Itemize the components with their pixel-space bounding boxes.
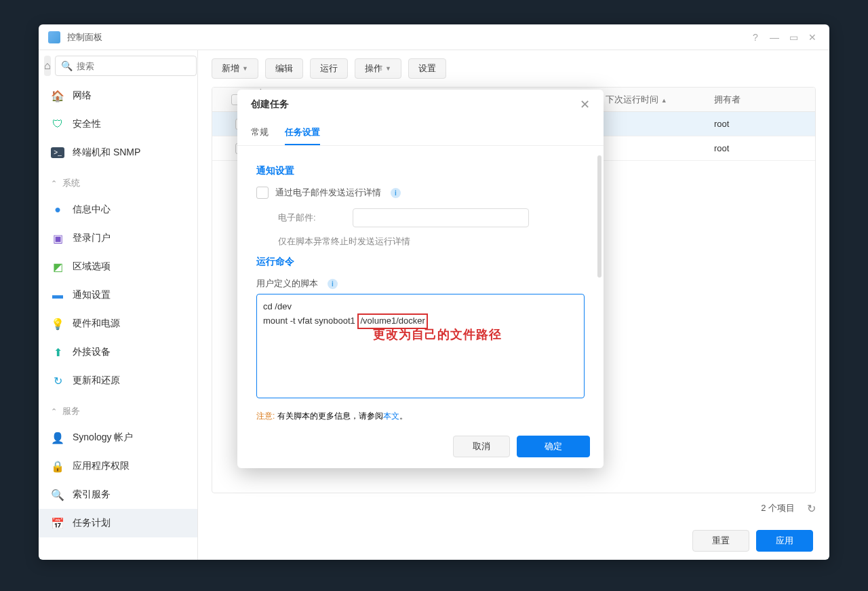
run-button[interactable]: 运行 bbox=[310, 58, 348, 79]
script-label: 用户定义的脚本 bbox=[256, 278, 318, 290]
chevron-up-icon: ⌃ bbox=[51, 179, 57, 188]
section-cmd: 运行命令 bbox=[256, 256, 585, 268]
new-button[interactable]: 新增▼ bbox=[212, 58, 258, 79]
lock-icon: 🔒 bbox=[51, 459, 64, 473]
info-icon[interactable]: i bbox=[391, 188, 401, 198]
apply-button[interactable]: 应用 bbox=[756, 530, 813, 552]
sidebar: ⌂ 🔍 🏠网络 🛡安全性 >_终端机和 SNMP ⌃系统 ●信息中心 ▣登录门户… bbox=[39, 50, 198, 560]
cancel-button[interactable]: 取消 bbox=[453, 436, 510, 457]
search-input[interactable]: 🔍 bbox=[55, 56, 197, 76]
sidebar-item-portal[interactable]: ▣登录门户 bbox=[39, 224, 197, 252]
item-count: 2 个项目 bbox=[761, 502, 795, 514]
settings-button[interactable]: 设置 bbox=[408, 58, 446, 79]
sidebar-group-service[interactable]: ⌃服务 bbox=[39, 399, 197, 423]
portal-icon: ▣ bbox=[51, 231, 64, 245]
sidebar-item-hardware[interactable]: 💡硬件和电源 bbox=[39, 309, 197, 338]
sidebar-item-index[interactable]: 🔍索引服务 bbox=[39, 480, 197, 509]
sidebar-item-app-perm[interactable]: 🔒应用程序权限 bbox=[39, 452, 197, 480]
sidebar-group-system[interactable]: ⌃系统 bbox=[39, 171, 197, 195]
email-field[interactable] bbox=[353, 208, 529, 227]
region-icon: ◩ bbox=[51, 260, 64, 273]
edit-button[interactable]: 编辑 bbox=[265, 58, 303, 79]
window-title: 控制面板 bbox=[67, 31, 744, 43]
col-next[interactable]: 下次运行时间 ▲ bbox=[599, 94, 707, 106]
chevron-down-icon: ▼ bbox=[385, 65, 391, 72]
sidebar-item-notify[interactable]: ▬通知设置 bbox=[39, 281, 197, 309]
sidebar-item-external[interactable]: ⬆外接设备 bbox=[39, 338, 197, 366]
minimize-icon[interactable]: — bbox=[767, 30, 782, 45]
script-note: 注意: 有关脚本的更多信息，请参阅本文。 bbox=[256, 411, 585, 422]
chevron-down-icon: ▼ bbox=[242, 65, 248, 72]
update-icon: ↻ bbox=[51, 374, 64, 387]
refresh-icon[interactable]: ↻ bbox=[807, 502, 816, 515]
doc-link[interactable]: 本文 bbox=[383, 411, 399, 421]
maximize-icon[interactable]: ▭ bbox=[786, 30, 801, 45]
search-field[interactable] bbox=[77, 61, 191, 71]
email-checkbox[interactable] bbox=[256, 187, 269, 199]
sidebar-item-security[interactable]: 🛡安全性 bbox=[39, 110, 197, 138]
tab-task-settings[interactable]: 任务设置 bbox=[285, 119, 320, 145]
terminal-icon: >_ bbox=[51, 147, 64, 158]
calendar-icon: 📅 bbox=[51, 516, 64, 530]
ok-button[interactable]: 确定 bbox=[517, 436, 590, 457]
sidebar-item-terminal[interactable]: >_终端机和 SNMP bbox=[39, 138, 197, 167]
sidebar-item-region[interactable]: ◩区域选项 bbox=[39, 252, 197, 281]
sidebar-item-syno-account[interactable]: 👤Synology 帐户 bbox=[39, 423, 197, 452]
reset-button[interactable]: 重置 bbox=[692, 530, 749, 552]
modal-close-icon[interactable]: ✕ bbox=[580, 97, 590, 112]
network-icon: 🏠 bbox=[51, 89, 64, 102]
external-icon: ⬆ bbox=[51, 345, 64, 359]
sidebar-item-network[interactable]: 🏠网络 bbox=[39, 81, 197, 110]
shield-icon: 🛡 bbox=[51, 117, 64, 131]
section-notify: 通知设置 bbox=[256, 165, 585, 177]
action-button[interactable]: 操作▼ bbox=[355, 58, 401, 79]
col-owner[interactable]: 拥有者 bbox=[707, 94, 815, 106]
titlebar: 控制面板 ? — ▭ ✕ bbox=[39, 24, 829, 50]
hardware-icon: 💡 bbox=[51, 317, 64, 330]
create-task-modal: 创建任务 ✕ 常规 任务设置 通知设置 通过电子邮件发送运行详情 i 电子邮件:… bbox=[237, 90, 604, 468]
index-icon: 🔍 bbox=[51, 488, 64, 501]
sidebar-item-scheduler[interactable]: 📅任务计划 bbox=[39, 509, 197, 537]
modal-title: 创建任务 bbox=[251, 98, 580, 111]
help-icon[interactable]: ? bbox=[748, 30, 763, 45]
info-icon: ● bbox=[51, 203, 64, 216]
toolbar: 新增▼ 编辑 运行 操作▼ 设置 bbox=[212, 58, 816, 79]
tab-general[interactable]: 常规 bbox=[251, 119, 269, 145]
search-icon: 🔍 bbox=[61, 60, 73, 71]
script-textarea[interactable] bbox=[256, 294, 585, 398]
close-icon[interactable]: ✕ bbox=[805, 30, 820, 45]
sidebar-item-update[interactable]: ↻更新和还原 bbox=[39, 366, 197, 395]
account-icon: 👤 bbox=[51, 431, 64, 444]
sort-asc-icon: ▲ bbox=[661, 97, 667, 104]
table-footer: 2 个项目 ↻ bbox=[212, 493, 816, 523]
email-label: 电子邮件: bbox=[278, 212, 353, 224]
notify-icon: ▬ bbox=[51, 288, 64, 302]
chevron-up-icon: ⌃ bbox=[51, 407, 57, 416]
info-icon[interactable]: i bbox=[328, 279, 338, 289]
scrollbar[interactable] bbox=[597, 155, 601, 278]
sidebar-item-info[interactable]: ●信息中心 bbox=[39, 195, 197, 224]
home-icon[interactable]: ⌂ bbox=[44, 56, 51, 76]
app-icon bbox=[48, 31, 60, 43]
